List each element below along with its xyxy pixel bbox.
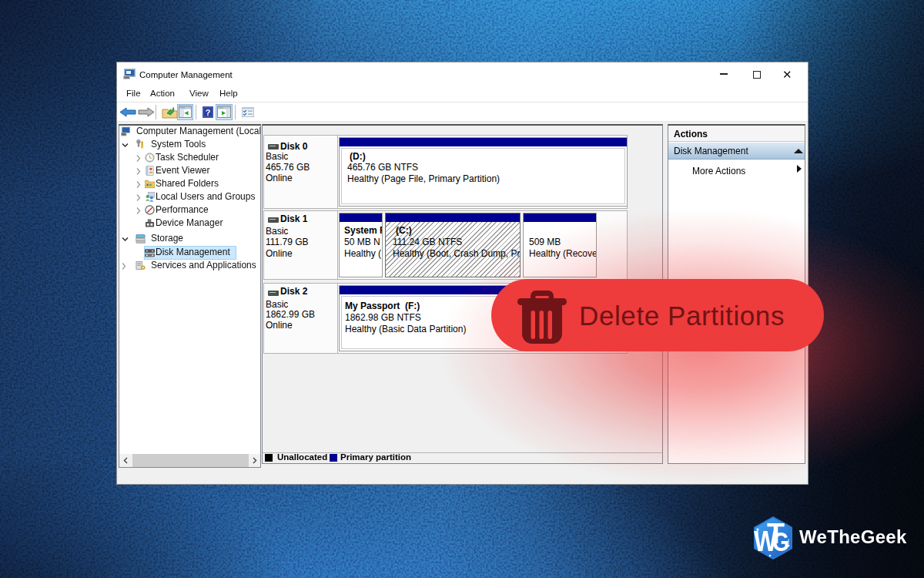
svg-text:?: ?	[206, 108, 211, 117]
svg-text:G: G	[772, 526, 789, 556]
